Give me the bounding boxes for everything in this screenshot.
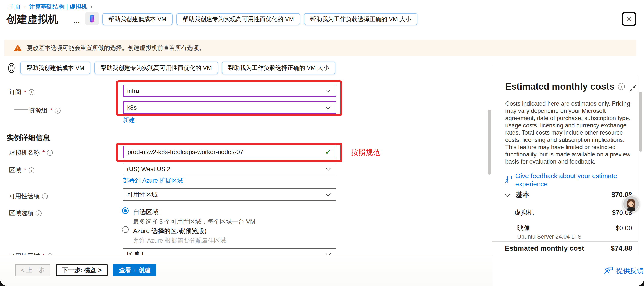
annotation-text: 按照规范	[351, 148, 380, 157]
info-icon[interactable]: i	[42, 193, 48, 199]
create-new-resource-group-link[interactable]: 新建	[123, 116, 135, 124]
radio-self-selected-zone-desc: 最多选择 3 个可用性区域，每个区域一台 VM	[133, 217, 255, 226]
deploy-extended-zones-link[interactable]: 部署到 Azure 扩展区域	[123, 177, 183, 184]
warning-icon	[14, 44, 22, 52]
wizard-buttons: < 上一步 下一步: 磁盘 > 查看 + 创建	[15, 264, 156, 276]
warning-text: 更改基本选项可能会重置所做的选择。创建虚拟机前查看所有选项。	[27, 44, 205, 52]
suggestion-low-cost-button[interactable]: 帮助我创建低成本 VM	[20, 62, 90, 74]
person-feedback-icon	[604, 266, 613, 275]
availability-zone-row: 可用性区域* i 区域 1	[0, 245, 492, 255]
required-asterisk: *	[50, 107, 52, 114]
copilot-suggestions-inline: 帮助我创建低成本 VM 帮助我创建专为实现高可用性而优化的 VM 帮助我为工作负…	[20, 62, 336, 74]
chevron-down-icon	[325, 193, 331, 196]
info-icon[interactable]: i	[55, 108, 60, 114]
radio-self-selected-zone-label[interactable]: 自选区域	[133, 208, 158, 217]
collapse-icon[interactable]	[628, 84, 637, 93]
resource-group-label-text: 资源组	[29, 106, 48, 115]
subscription-label: 订阅* i	[9, 88, 34, 96]
region-label: 区域* i	[9, 166, 34, 174]
suggestion-vm-size-button[interactable]: 帮助我为工作负载选择正确的 VM 大小	[222, 62, 336, 74]
breadcrumb: 主页 › 计算基础结构 | 虚拟机 ›	[9, 3, 92, 11]
radio-azure-selected-zone[interactable]	[122, 226, 128, 233]
instance-details-heading: 实例详细信息	[6, 133, 50, 143]
suggestion-high-availability-button[interactable]: 帮助我创建专为实现高可用性而优化的 VM	[176, 13, 300, 25]
breadcrumb-chevron-icon: ›	[90, 3, 92, 10]
cost-item-sublabel: Ubuntu Server 24.04 LTS	[517, 233, 582, 240]
cost-panel-title: Estimated monthly costs	[505, 81, 614, 92]
cost-item-label: 映像	[517, 224, 530, 233]
subscription-value: infra	[127, 87, 139, 94]
info-icon[interactable]: i	[28, 89, 34, 95]
give-feedback-text: 提供反馈	[616, 266, 644, 275]
cost-panel-description: Costs indicated here are estimates only.…	[505, 100, 637, 165]
subscription-label-text: 订阅	[9, 88, 21, 96]
cost-group-label: 基本	[516, 191, 530, 199]
chevron-down-icon[interactable]	[505, 193, 510, 197]
checkmark-icon: ✓	[325, 147, 332, 157]
more-options-button[interactable]: …	[73, 17, 81, 25]
cost-item-vm: 虚拟机 $70.08	[514, 208, 632, 217]
availability-zone-dropdown[interactable]: 区域 1	[123, 248, 336, 255]
cost-panel-title-row: Estimated monthly costs i	[505, 81, 625, 92]
total-cost-row: Estimated monthly cost $74.88	[505, 244, 632, 252]
resource-group-label: 资源组* i	[29, 106, 60, 115]
copilot-suggestions-top: 帮助我创建低成本 VM 帮助我创建专为实现高可用性而优化的 VM 帮助我为工作负…	[102, 13, 418, 25]
info-icon[interactable]: i	[36, 210, 42, 216]
subscription-dropdown[interactable]: infra	[123, 85, 336, 97]
review-create-button[interactable]: 查看 + 创建	[113, 264, 156, 276]
previous-button[interactable]: < 上一步	[15, 264, 50, 276]
suggestion-low-cost-button[interactable]: 帮助我创建低成本 VM	[102, 13, 172, 25]
required-asterisk: *	[24, 167, 26, 174]
zone-options-label-text: 区域选项	[9, 209, 34, 217]
zone-options-label: 区域选项 i	[9, 209, 42, 217]
create-vm-page: 主页 › 计算基础结构 | 虚拟机 › 创建虚拟机 … 帮助我创建低成本 VM …	[0, 0, 644, 286]
copilot-icon	[88, 14, 96, 23]
warning-banner: 更改基本选项可能会重置所做的选择。创建虚拟机前查看所有选项。	[4, 40, 636, 56]
close-button[interactable]: ×	[622, 12, 636, 26]
availability-zone-value: 区域 1	[127, 250, 144, 255]
radio-azure-selected-zone-desc: 允许 Azure 根据需要分配最佳区域	[133, 236, 226, 245]
availability-options-dropdown[interactable]: 可用性区域	[123, 188, 336, 201]
copilot-outline-icon[interactable]	[6, 62, 17, 74]
estimate-feedback-link[interactable]: Give feedback about your estimate experi…	[505, 172, 628, 188]
breadcrumb-chevron-icon: ›	[24, 3, 26, 10]
cost-item-value: $0.00	[616, 224, 632, 232]
copilot-button[interactable]	[85, 12, 99, 26]
panel-divider	[492, 241, 638, 242]
radio-self-selected-zone[interactable]	[122, 207, 128, 214]
chevron-down-icon	[325, 89, 331, 93]
region-dropdown[interactable]: (US) West US 2	[123, 163, 336, 175]
scrollbar-thumb[interactable]	[488, 110, 491, 175]
chevron-down-icon	[325, 168, 331, 171]
info-icon[interactable]: i	[28, 167, 34, 173]
availability-options-label: 可用性选项 i	[9, 192, 48, 200]
avatar[interactable]	[622, 195, 640, 212]
cost-item-image: 映像 $0.00	[517, 224, 632, 233]
estimate-feedback-text: Give feedback about your estimate experi…	[516, 172, 628, 188]
breadcrumb-home-link[interactable]: 主页	[9, 3, 21, 11]
vm-name-field: ✓	[123, 146, 336, 158]
close-icon: ×	[626, 15, 632, 23]
suggestion-high-availability-button[interactable]: 帮助我创建专为实现高可用性而优化的 VM	[94, 62, 218, 74]
info-icon[interactable]: i	[618, 83, 625, 90]
total-cost-label: Estimated monthly cost	[505, 244, 584, 252]
breadcrumb-section-link[interactable]: 计算基础结构 | 虚拟机	[29, 3, 87, 11]
vm-name-label: 虚拟机名称* i	[9, 148, 53, 157]
cost-item-label: 虚拟机	[514, 208, 534, 217]
resource-group-value: k8s	[127, 104, 137, 111]
scrollbar-thumb[interactable]	[639, 92, 642, 152]
required-asterisk: *	[24, 89, 26, 96]
cost-group-basics: 基本 $70.08	[505, 190, 632, 199]
resource-group-dropdown[interactable]: k8s	[123, 102, 336, 114]
total-cost-value: $74.88	[611, 244, 632, 252]
info-icon[interactable]: i	[47, 150, 53, 156]
next-disks-button[interactable]: 下一步: 磁盘 >	[56, 264, 108, 276]
vm-name-input[interactable]	[128, 148, 325, 156]
vm-name-label-text: 虚拟机名称	[9, 148, 40, 157]
radio-azure-selected-zone-label[interactable]: Azure 选择的区域(预览版)	[133, 227, 206, 235]
required-asterisk: *	[42, 149, 45, 156]
give-feedback-link[interactable]: 提供反馈	[604, 266, 644, 275]
page-title: 创建虚拟机	[6, 12, 58, 26]
suggestion-vm-size-button[interactable]: 帮助我为工作负载选择正确的 VM 大小	[304, 13, 418, 25]
availability-options-label-text: 可用性选项	[9, 192, 40, 200]
